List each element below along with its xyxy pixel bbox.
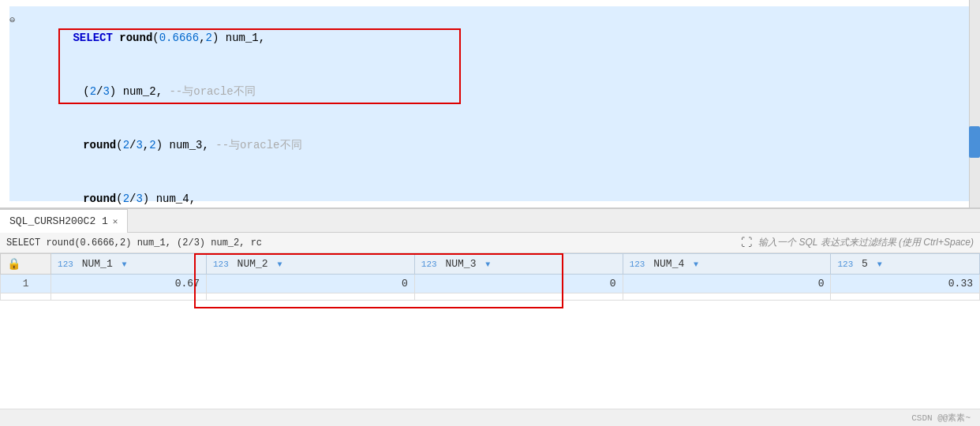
col-label-num4: NUM_4 — [653, 258, 684, 270]
cell-num3: 0 — [414, 275, 623, 293]
empty-num3 — [414, 293, 623, 301]
empty-col5 — [831, 293, 980, 301]
sort-icon-3[interactable]: ▼ — [485, 260, 490, 269]
col-label-num2: NUM_2 — [238, 258, 268, 270]
data-table-wrapper[interactable]: 🔒 123 NUM_1 ▼ 123 NUM_2 ▼ 123 NUM_3 — [0, 253, 980, 409]
col-label-5: 5 — [862, 258, 868, 270]
table-header-row: 🔒 123 NUM_1 ▼ 123 NUM_2 ▼ 123 NUM_3 — [1, 254, 980, 275]
filter-hint-text: 输入一个 SQL 表达式来过滤结果 (使用 Ctrl+Space) — [758, 236, 974, 249]
th-num1[interactable]: 123 NUM_1 ▼ — [51, 254, 207, 275]
sort-icon-2[interactable]: ▼ — [277, 260, 282, 269]
row-number-cell: 1 — [1, 275, 51, 293]
col-label-num3: NUM_3 — [445, 258, 476, 270]
results-panel: SQL_CURSH200C2 1 ✕ SELECT round(0.6666,2… — [0, 209, 980, 426]
results-tab-bar: SQL_CURSH200C2 1 ✕ — [0, 209, 980, 233]
cell-num4: 0 — [623, 275, 831, 293]
sort-icon-5[interactable]: ▼ — [877, 260, 882, 269]
empty-num2 — [206, 293, 414, 301]
th-lock: 🔒 — [1, 254, 51, 275]
scrollbar-thumb[interactable] — [969, 126, 980, 158]
editor-scrollbar[interactable] — [969, 0, 980, 209]
sql-editor[interactable]: ⊖ SELECT round(0.6666,2) num_1, (2/3) nu… — [0, 0, 980, 209]
editor-line-2: (2/3) num_2, --与oracle不同 — [9, 65, 971, 118]
editor-line-3: round(2/3,2) num_3, --与oracle不同 — [9, 118, 971, 172]
func-round: round — [119, 32, 152, 44]
th-num3[interactable]: 123 NUM_3 ▼ — [414, 254, 623, 275]
tab-label: SQL_CURSH200C2 1 — [9, 215, 108, 227]
line-content-2: (2/3) num_2, --与oracle不同 — [9, 65, 971, 118]
cell-num1: 0.67 — [51, 275, 207, 293]
watermark-text: CSDN @@素素~ — [911, 412, 971, 424]
col-type-icon-4: 123 — [630, 260, 645, 269]
sort-icon-4[interactable]: ▼ — [694, 260, 698, 269]
cell-num2: 0 — [206, 275, 414, 293]
lock-icon: 🔒 — [7, 258, 21, 271]
keyword-select: SELECT — [73, 32, 112, 44]
th-col5[interactable]: 123 5 ▼ — [831, 254, 980, 275]
col-type-icon-1: 123 — [58, 260, 73, 269]
expand-icon[interactable]: ⛶ — [741, 237, 752, 249]
result-tab[interactable]: SQL_CURSH200C2 1 ✕ — [0, 209, 128, 233]
results-table: 🔒 123 NUM_1 ▼ 123 NUM_2 ▼ 123 NUM_3 — [0, 253, 980, 301]
cell-col5: 0.33 — [831, 275, 980, 293]
editor-line-4: round(2/3) num_4, — [9, 172, 971, 209]
col-type-icon-2: 123 — [213, 260, 229, 269]
empty-num4 — [623, 293, 831, 301]
col-label-num1: NUM_1 — [82, 258, 113, 270]
col-type-icon-3: 123 — [421, 260, 437, 269]
tab-close-button[interactable]: ✕ — [113, 216, 118, 226]
table-row: 1 0.67 0 0 0 0.33 — [1, 275, 980, 293]
query-preview-text: SELECT round(0.6666,2) num_1, (2/3) num_… — [6, 237, 735, 248]
th-num4[interactable]: 123 NUM_4 ▼ — [623, 254, 831, 275]
fold-icon[interactable]: ⊖ — [9, 12, 15, 29]
col-type-icon-5: 123 — [837, 260, 853, 269]
line-content-1: SELECT round(0.6666,2) num_1, — [17, 12, 971, 64]
sort-icon-1[interactable]: ▼ — [122, 260, 127, 269]
editor-content: ⊖ SELECT round(0.6666,2) num_1, (2/3) nu… — [9, 6, 971, 201]
line-content-3: round(2/3,2) num_3, --与oracle不同 — [9, 119, 971, 171]
table-row-empty — [1, 293, 980, 301]
empty-num1 — [51, 293, 207, 301]
line-content-4: round(2/3) num_4, — [9, 173, 971, 209]
footer-bar: CSDN @@素素~ — [0, 409, 980, 426]
query-preview-bar: SELECT round(0.6666,2) num_1, (2/3) num_… — [0, 233, 980, 253]
th-num2[interactable]: 123 NUM_2 ▼ — [206, 254, 414, 275]
editor-line-1: ⊖ SELECT round(0.6666,2) num_1, — [9, 11, 971, 65]
empty-row-num — [1, 293, 51, 301]
